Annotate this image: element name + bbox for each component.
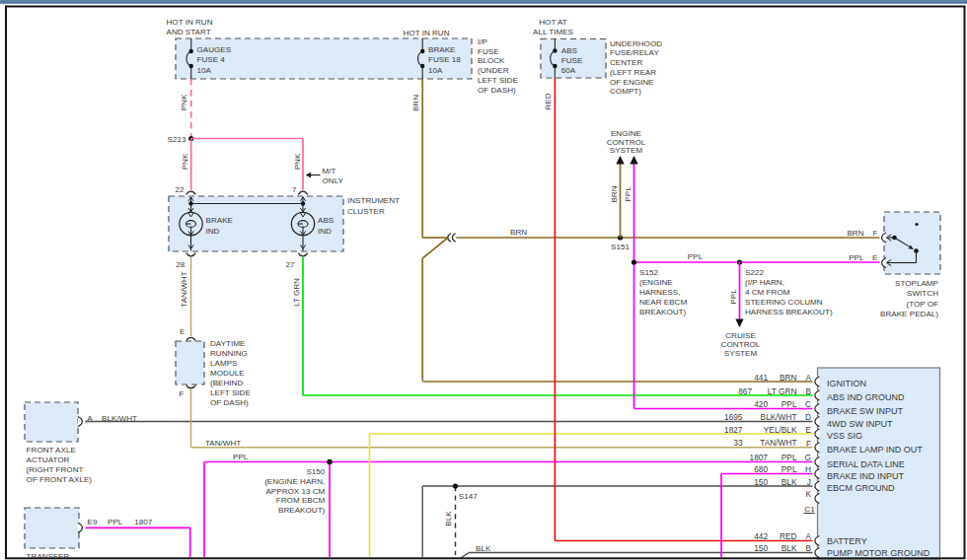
svg-text:BREAKOUT): BREAKOUT) bbox=[639, 308, 687, 316]
svg-text:OF FRONT AXLE): OF FRONT AXLE) bbox=[27, 475, 93, 484]
svg-text:BRN: BRN bbox=[847, 229, 863, 238]
svg-text:PPL: PPL bbox=[729, 289, 738, 305]
svg-text:1695: 1695 bbox=[724, 412, 743, 422]
svg-text:NEAR EBCM: NEAR EBCM bbox=[639, 298, 687, 307]
svg-text:S222: S222 bbox=[745, 268, 764, 277]
svg-text:I/P: I/P bbox=[478, 37, 487, 46]
svg-text:LEFT SIDE: LEFT SIDE bbox=[210, 388, 251, 397]
svg-text:HOT IN RUN: HOT IN RUN bbox=[167, 18, 213, 27]
svg-text:E: E bbox=[872, 253, 878, 262]
svg-text:BLK/WHT: BLK/WHT bbox=[761, 412, 797, 422]
svg-text:HARNESS,: HARNESS, bbox=[639, 288, 680, 297]
svg-text:LT GRN: LT GRN bbox=[768, 386, 797, 396]
svg-text:CRUISE: CRUISE bbox=[725, 331, 756, 340]
svg-text:27: 27 bbox=[286, 260, 296, 269]
svg-text:S152: S152 bbox=[639, 268, 658, 277]
svg-text:BREAKOUT): BREAKOUT) bbox=[278, 506, 326, 515]
svg-text:(I/P HARN,: (I/P HARN, bbox=[745, 278, 784, 287]
svg-text:ALL TIMES: ALL TIMES bbox=[533, 28, 574, 36]
svg-text:APPROX 13 CM: APPROX 13 CM bbox=[265, 487, 325, 496]
svg-text:SWITCH: SWITCH bbox=[907, 289, 938, 298]
svg-text:G: G bbox=[805, 453, 811, 462]
svg-text:ABS: ABS bbox=[561, 46, 578, 55]
svg-text:E: E bbox=[805, 425, 811, 435]
svg-text:(ENGINE: (ENGINE bbox=[639, 278, 673, 287]
svg-text:CLUSTER: CLUSTER bbox=[347, 207, 385, 216]
svg-text:HARNESS BREAKOUT): HARNESS BREAKOUT) bbox=[745, 308, 833, 316]
svg-text:COMPT): COMPT) bbox=[610, 87, 641, 96]
svg-text:MODULE: MODULE bbox=[210, 369, 245, 378]
svg-text:ABS IND GROUND: ABS IND GROUND bbox=[827, 392, 905, 402]
svg-text:BRN: BRN bbox=[411, 95, 420, 111]
svg-text:B: B bbox=[805, 543, 811, 553]
svg-text:A: A bbox=[87, 414, 93, 423]
svg-text:RED: RED bbox=[544, 93, 553, 109]
svg-text:TAN/WHT: TAN/WHT bbox=[760, 438, 796, 448]
svg-text:LEFT SIDE: LEFT SIDE bbox=[478, 76, 518, 85]
svg-text:INSTRUMENT: INSTRUMENT bbox=[347, 196, 400, 205]
svg-text:BLK: BLK bbox=[781, 543, 797, 553]
svg-text:B: B bbox=[805, 386, 811, 396]
svg-text:7: 7 bbox=[292, 185, 297, 194]
svg-text:FUSE 18: FUSE 18 bbox=[428, 55, 461, 64]
svg-text:RED: RED bbox=[780, 531, 797, 541]
svg-text:ACTUATOR: ACTUATOR bbox=[27, 455, 70, 464]
svg-text:SYSTEM: SYSTEM bbox=[610, 146, 643, 155]
svg-text:PPL: PPL bbox=[688, 252, 704, 261]
svg-text:BRAKE SW INPUT: BRAKE SW INPUT bbox=[827, 406, 904, 416]
svg-text:IND: IND bbox=[318, 227, 332, 236]
svg-text:EBCM GROUND: EBCM GROUND bbox=[827, 483, 895, 493]
svg-text:GAUGES: GAUGES bbox=[197, 45, 232, 54]
svg-text:(RIGHT FRONT: (RIGHT FRONT bbox=[27, 465, 84, 474]
svg-text:RUNNING: RUNNING bbox=[210, 349, 248, 358]
svg-text:(ENGINE HARN,: (ENGINE HARN, bbox=[264, 477, 325, 486]
svg-text:BLK: BLK bbox=[476, 544, 491, 553]
svg-text:441: 441 bbox=[754, 373, 768, 383]
svg-text:TAN/WHT: TAN/WHT bbox=[180, 271, 188, 307]
svg-text:BRN: BRN bbox=[610, 185, 619, 202]
svg-text:PPL: PPL bbox=[233, 453, 249, 461]
svg-text:SYSTEM: SYSTEM bbox=[724, 349, 758, 358]
svg-text:BLK: BLK bbox=[781, 477, 797, 487]
svg-text:HOT IN RUN: HOT IN RUN bbox=[404, 29, 450, 37]
svg-text:BRN: BRN bbox=[510, 228, 527, 237]
svg-text:PPL: PPL bbox=[624, 186, 632, 202]
svg-text:F: F bbox=[873, 229, 878, 238]
svg-text:OF DASH): OF DASH) bbox=[478, 86, 516, 95]
svg-text:E: E bbox=[180, 327, 186, 336]
svg-text:ABS: ABS bbox=[318, 216, 335, 225]
svg-text:BATTERY: BATTERY bbox=[827, 536, 867, 546]
svg-text:PPL: PPL bbox=[781, 399, 797, 409]
svg-text:LAMPS: LAMPS bbox=[210, 359, 238, 368]
svg-text:(LEFT REAR: (LEFT REAR bbox=[610, 68, 656, 77]
svg-text:TAN/WHT: TAN/WHT bbox=[205, 439, 241, 448]
svg-text:PPL: PPL bbox=[849, 253, 864, 262]
svg-text:C1: C1 bbox=[804, 505, 815, 514]
svg-text:4WD SW INPUT: 4WD SW INPUT bbox=[827, 419, 893, 429]
svg-text:(UNDER: (UNDER bbox=[478, 66, 509, 75]
svg-text:28: 28 bbox=[176, 260, 186, 269]
svg-text:UNDERHOOD: UNDERHOOD bbox=[610, 39, 662, 48]
svg-text:60A: 60A bbox=[561, 66, 576, 75]
svg-text:J: J bbox=[807, 477, 811, 487]
svg-text:C: C bbox=[805, 399, 811, 409]
svg-text:BLK: BLK bbox=[444, 511, 453, 526]
svg-text:A: A bbox=[805, 373, 811, 383]
svg-text:H: H bbox=[805, 464, 811, 474]
svg-text:FUSE 4: FUSE 4 bbox=[197, 55, 226, 64]
svg-text:150: 150 bbox=[754, 477, 768, 487]
svg-text:E9: E9 bbox=[88, 518, 98, 526]
svg-text:LT GRN: LT GRN bbox=[292, 278, 301, 307]
svg-text:4 CM FROM: 4 CM FROM bbox=[745, 288, 790, 297]
svg-text:IND: IND bbox=[206, 227, 220, 236]
svg-text:(BEHIND: (BEHIND bbox=[210, 379, 243, 387]
svg-text:PPL: PPL bbox=[781, 464, 797, 474]
svg-text:VSS SIG: VSS SIG bbox=[827, 431, 862, 441]
svg-text:22: 22 bbox=[176, 185, 186, 194]
svg-text:STEERING COLUMN: STEERING COLUMN bbox=[745, 298, 823, 307]
svg-text:33: 33 bbox=[733, 438, 743, 448]
svg-text:PNK: PNK bbox=[180, 94, 188, 110]
svg-text:1807: 1807 bbox=[750, 453, 769, 462]
svg-text:M/T: M/T bbox=[323, 167, 336, 175]
svg-text:680: 680 bbox=[754, 464, 768, 474]
